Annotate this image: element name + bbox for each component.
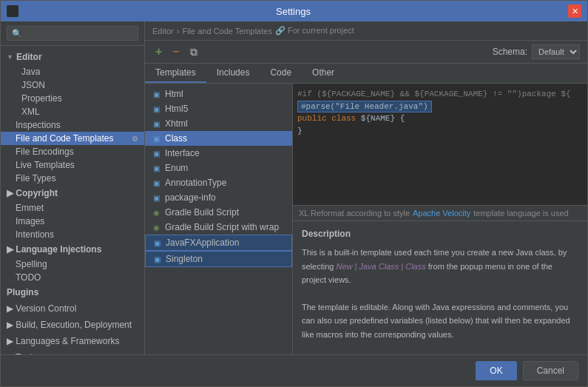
tab-other[interactable]: Other: [302, 64, 345, 83]
breadcrumb-for-project: 🔗 For current project: [275, 26, 354, 36]
toolbar: + − ⧉ Schema: Default: [145, 41, 587, 64]
file-icon-package-info: ▣: [151, 192, 161, 203]
breadcrumb-part1: Editor: [152, 27, 174, 36]
file-icon-annotation: ▣: [151, 178, 161, 188]
sidebar-item-spelling[interactable]: Spelling: [1, 258, 144, 271]
description-panel: Description This is a built-in template …: [293, 221, 587, 354]
code-line-2: #parse("File Header.java"): [297, 101, 583, 113]
code-line-1: #if (${PACKAGE_NAME} && ${PACKAGE_NAME} …: [297, 88, 583, 101]
sidebar-item-file-types[interactable]: File Types: [1, 172, 144, 185]
description-paragraph-1: This is a built-in template used each ti…: [302, 246, 578, 287]
sidebar-content: ▼ Editor Java JSON Properties XML Inspec…: [1, 46, 144, 354]
reformat-text-after: template language is used: [473, 209, 568, 218]
tab-templates[interactable]: Templates: [145, 64, 206, 83]
sidebar-item-inspections[interactable]: Inspections: [1, 118, 144, 132]
sidebar-item-json[interactable]: JSON: [1, 78, 144, 92]
sidebar-item-xml[interactable]: XML: [1, 105, 144, 118]
language-injections-label: ▶ Language Injections: [7, 244, 101, 255]
file-item-gradle-wrapper[interactable]: ◉ Gradle Build Script with wrap: [145, 220, 292, 235]
sidebar-item-version-control[interactable]: ▶ Version Control: [1, 300, 144, 317]
file-icon-html5: ▣: [151, 104, 161, 114]
schema-select[interactable]: Default: [532, 44, 580, 59]
dialog-title: Settings: [18, 6, 568, 17]
file-icon-xhtml: ▣: [151, 118, 161, 129]
file-item-javafx[interactable]: ▣ JavaFXApplication: [145, 235, 292, 251]
sidebar-item-live-templates[interactable]: Live Templates: [1, 158, 144, 172]
file-icon-gradle-wrapper: ◉: [151, 222, 161, 232]
editor-label: Editor: [16, 52, 42, 62]
app-icon: [7, 5, 18, 17]
sidebar-item-file-encodings[interactable]: File Encodings: [1, 145, 144, 158]
settings-icon: ⚙: [132, 135, 138, 143]
build-execution-label: ▶ Build, Execution, Deployment: [7, 320, 132, 330]
file-icon-gradle: ◉: [151, 207, 161, 218]
schema-section: Schema: Default: [493, 44, 580, 59]
main-content: Editor › File and Code Templates 🔗 For c…: [145, 21, 587, 354]
sidebar-item-java[interactable]: Java: [1, 65, 144, 78]
code-line-4: }: [297, 125, 583, 138]
breadcrumb-separator: ›: [177, 27, 180, 36]
sidebar: ▼ Editor Java JSON Properties XML Inspec…: [1, 21, 145, 354]
sidebar-item-tools[interactable]: ▶ Tools: [1, 349, 144, 354]
sidebar-section-copyright[interactable]: ▶ Copyright: [1, 185, 144, 201]
code-editor[interactable]: #if (${PACKAGE_NAME} && ${PACKAGE_NAME} …: [293, 84, 587, 206]
file-item-annotation[interactable]: ▣ AnnotationType: [145, 175, 292, 190]
sidebar-section-language-injections[interactable]: ▶ Language Injections: [1, 241, 144, 258]
reformat-bar: XL Reformat according to style Apache Ve…: [293, 206, 587, 221]
title-bar: Settings ✕: [1, 1, 587, 21]
description-paragraph-2: The template is editable. Along with Jav…: [302, 300, 578, 342]
dialog-footer: OK Cancel: [1, 354, 587, 386]
schema-label: Schema:: [493, 47, 527, 57]
add-template-button[interactable]: +: [152, 44, 165, 60]
sidebar-section-plugins[interactable]: Plugins: [1, 284, 144, 300]
file-item-interface[interactable]: ▣ Interface: [145, 146, 292, 161]
file-item-xhtml[interactable]: ▣ Xhtml: [145, 116, 292, 131]
file-icon-class: ▣: [151, 133, 161, 144]
file-item-class[interactable]: ▣ Class: [145, 131, 292, 146]
sidebar-item-file-code-templates[interactable]: File and Code Templates ⚙: [1, 132, 144, 145]
sidebar-item-images[interactable]: Images: [1, 215, 144, 228]
sidebar-item-languages[interactable]: ▶ Languages & Frameworks: [1, 333, 144, 349]
version-control-label: ▶ Version Control: [7, 303, 76, 314]
tabs: Templates Includes Code Other: [145, 64, 587, 84]
close-button[interactable]: ✕: [568, 4, 581, 18]
file-icon-singleton: ▣: [152, 254, 162, 264]
remove-template-button[interactable]: −: [169, 44, 182, 60]
search-box: [1, 21, 144, 46]
file-icon-enum: ▣: [151, 163, 161, 173]
languages-label: ▶ Languages & Frameworks: [7, 336, 119, 346]
right-panel: #if (${PACKAGE_NAME} && ${PACKAGE_NAME} …: [293, 84, 587, 354]
copyright-label: ▶ Copyright: [7, 188, 58, 198]
breadcrumb-part2: File and Code Templates: [182, 27, 271, 36]
file-icon-interface: ▣: [151, 148, 161, 158]
plugins-label: Plugins: [7, 287, 38, 297]
file-item-package-info[interactable]: ▣ package-info: [145, 190, 292, 205]
sidebar-item-build-execution[interactable]: ▶ Build, Execution, Deployment: [1, 317, 144, 333]
description-title: Description: [302, 227, 578, 241]
file-icon-javafx: ▣: [152, 238, 162, 248]
ok-button[interactable]: OK: [476, 361, 516, 380]
apache-velocity-link[interactable]: Apache Velocity: [413, 209, 470, 218]
file-list-panel: ▣ Html ▣ Html5 ▣ Xhtml ▣ Class: [145, 84, 293, 354]
file-item-singleton[interactable]: ▣ Singleton: [145, 251, 292, 267]
sidebar-item-todo[interactable]: TODO: [1, 271, 144, 284]
copy-template-button[interactable]: ⧉: [187, 44, 200, 60]
file-item-gradle-build[interactable]: ◉ Gradle Build Script: [145, 205, 292, 220]
file-item-html5[interactable]: ▣ Html5: [145, 101, 292, 116]
breadcrumb: Editor › File and Code Templates 🔗 For c…: [145, 21, 587, 41]
file-icon-html: ▣: [151, 89, 161, 99]
sidebar-item-intentions[interactable]: Intentions: [1, 228, 144, 241]
reformat-text: XL Reformat according to style: [299, 209, 410, 218]
file-item-html[interactable]: ▣ Html: [145, 87, 292, 101]
dialog-body: ▼ Editor Java JSON Properties XML Inspec…: [1, 21, 587, 354]
cancel-button[interactable]: Cancel: [523, 361, 578, 380]
tab-code[interactable]: Code: [260, 64, 302, 83]
search-input[interactable]: [7, 26, 138, 41]
tab-includes[interactable]: Includes: [206, 64, 260, 83]
sidebar-item-emmet[interactable]: Emmet: [1, 201, 144, 215]
sidebar-section-editor[interactable]: ▼ Editor: [1, 49, 144, 65]
sidebar-item-properties[interactable]: Properties: [1, 92, 144, 105]
content-area: ▣ Html ▣ Html5 ▣ Xhtml ▣ Class: [145, 84, 587, 354]
editor-arrow-icon: ▼: [7, 53, 13, 61]
file-item-enum[interactable]: ▣ Enum: [145, 161, 292, 175]
